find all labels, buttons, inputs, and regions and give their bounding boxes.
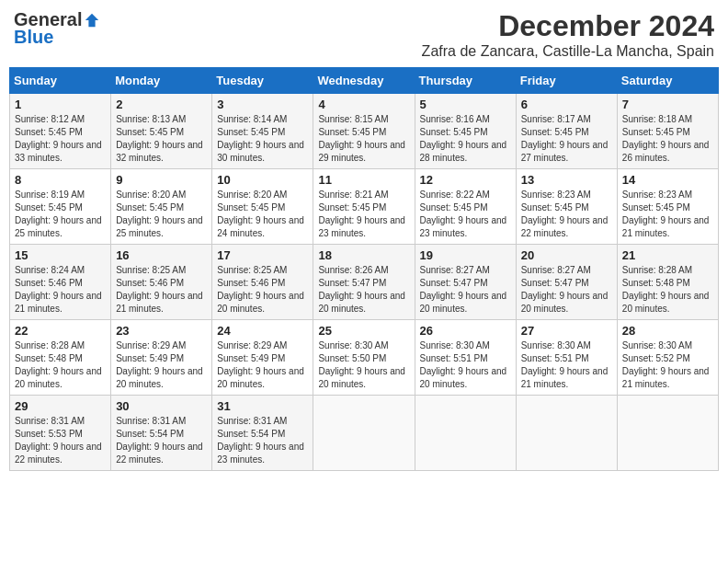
sunset-label: Sunset: 5:45 PM (15, 127, 83, 137)
day-info: Sunrise: 8:31 AM Sunset: 5:53 PM Dayligh… (15, 415, 106, 466)
sunrise-label: Sunrise: 8:16 AM (420, 114, 490, 124)
sunrise-label: Sunrise: 8:14 AM (217, 114, 287, 124)
day-info: Sunrise: 8:27 AM Sunset: 5:47 PM Dayligh… (420, 264, 511, 316)
day-info: Sunrise: 8:16 AM Sunset: 5:45 PM Dayligh… (420, 113, 511, 165)
day-info: Sunrise: 8:18 AM Sunset: 5:45 PM Dayligh… (622, 113, 713, 165)
daylight-label: Daylight: 9 hours and 20 minutes. (318, 291, 405, 314)
day-number: 3 (217, 98, 308, 111)
sunrise-label: Sunrise: 8:26 AM (318, 265, 388, 275)
day-info: Sunrise: 8:28 AM Sunset: 5:48 PM Dayligh… (622, 264, 713, 316)
day-cell: 14 Sunrise: 8:23 AM Sunset: 5:45 PM Dayl… (617, 169, 718, 245)
day-cell: 13 Sunrise: 8:23 AM Sunset: 5:45 PM Dayl… (516, 169, 617, 245)
daylight-label: Daylight: 9 hours and 21 minutes. (116, 291, 203, 314)
daylight-label: Daylight: 9 hours and 21 minutes. (622, 366, 710, 389)
day-cell: 31 Sunrise: 8:31 AM Sunset: 5:54 PM Dayl… (212, 396, 313, 471)
sunrise-label: Sunrise: 8:25 AM (116, 265, 186, 275)
day-info: Sunrise: 8:25 AM Sunset: 5:46 PM Dayligh… (116, 264, 207, 316)
sunset-label: Sunset: 5:49 PM (217, 353, 285, 363)
day-info: Sunrise: 8:20 AM Sunset: 5:45 PM Dayligh… (217, 189, 308, 240)
day-info: Sunrise: 8:30 AM Sunset: 5:51 PM Dayligh… (521, 339, 612, 391)
day-number: 12 (420, 173, 511, 187)
logo: General Blue (14, 9, 100, 48)
day-cell: 16 Sunrise: 8:25 AM Sunset: 5:46 PM Dayl… (111, 245, 212, 320)
sunrise-label: Sunrise: 8:23 AM (622, 190, 692, 200)
sunrise-label: Sunrise: 8:15 AM (318, 114, 388, 124)
day-number: 25 (318, 324, 409, 338)
week-row-1: 8 Sunrise: 8:19 AM Sunset: 5:45 PM Dayli… (10, 169, 719, 245)
day-number: 6 (521, 98, 612, 111)
day-number: 1 (15, 98, 106, 111)
daylight-label: Daylight: 9 hours and 28 minutes. (420, 140, 507, 163)
day-number: 20 (521, 248, 612, 262)
sunset-label: Sunset: 5:45 PM (217, 202, 285, 213)
day-cell: 11 Sunrise: 8:21 AM Sunset: 5:45 PM Dayl… (313, 169, 415, 245)
daylight-label: Daylight: 9 hours and 22 minutes. (116, 442, 203, 465)
day-number: 9 (116, 173, 207, 187)
sunrise-label: Sunrise: 8:31 AM (15, 416, 85, 426)
sunset-label: Sunset: 5:45 PM (622, 127, 690, 137)
day-number: 15 (15, 248, 106, 262)
sunrise-label: Sunrise: 8:27 AM (521, 265, 591, 275)
daylight-label: Daylight: 9 hours and 30 minutes. (217, 140, 304, 163)
sunrise-label: Sunrise: 8:27 AM (420, 265, 490, 275)
daylight-label: Daylight: 9 hours and 23 minutes. (420, 215, 507, 238)
day-number: 13 (521, 173, 612, 187)
day-cell: 30 Sunrise: 8:31 AM Sunset: 5:54 PM Dayl… (111, 396, 212, 471)
day-cell (516, 396, 617, 471)
sunrise-label: Sunrise: 8:30 AM (622, 340, 692, 350)
header-tuesday: Tuesday (212, 68, 313, 94)
day-number: 30 (116, 399, 207, 413)
day-cell: 18 Sunrise: 8:26 AM Sunset: 5:47 PM Dayl… (313, 245, 415, 320)
sunset-label: Sunset: 5:45 PM (318, 202, 386, 213)
day-cell: 3 Sunrise: 8:14 AM Sunset: 5:45 PM Dayli… (212, 94, 313, 169)
day-info: Sunrise: 8:15 AM Sunset: 5:45 PM Dayligh… (318, 113, 409, 165)
calendar-table: Sunday Monday Tuesday Wednesday Thursday… (9, 67, 719, 471)
day-cell: 22 Sunrise: 8:28 AM Sunset: 5:48 PM Dayl… (10, 320, 111, 396)
sunset-label: Sunset: 5:45 PM (420, 127, 488, 137)
day-info: Sunrise: 8:26 AM Sunset: 5:47 PM Dayligh… (318, 264, 409, 316)
day-info: Sunrise: 8:19 AM Sunset: 5:45 PM Dayligh… (15, 189, 106, 240)
day-info: Sunrise: 8:13 AM Sunset: 5:45 PM Dayligh… (116, 113, 207, 165)
day-number: 24 (217, 324, 308, 338)
week-row-4: 29 Sunrise: 8:31 AM Sunset: 5:53 PM Dayl… (10, 396, 719, 471)
day-number: 27 (521, 324, 612, 338)
day-number: 21 (622, 248, 713, 262)
day-info: Sunrise: 8:14 AM Sunset: 5:45 PM Dayligh… (217, 113, 308, 165)
sunrise-label: Sunrise: 8:29 AM (116, 340, 186, 350)
daylight-label: Daylight: 9 hours and 25 minutes. (116, 215, 203, 238)
day-number: 16 (116, 248, 207, 262)
day-cell: 17 Sunrise: 8:25 AM Sunset: 5:46 PM Dayl… (212, 245, 313, 320)
sunrise-label: Sunrise: 8:30 AM (318, 340, 388, 350)
day-cell: 6 Sunrise: 8:17 AM Sunset: 5:45 PM Dayli… (516, 94, 617, 169)
sunset-label: Sunset: 5:48 PM (15, 353, 83, 363)
header-row: Sunday Monday Tuesday Wednesday Thursday… (10, 68, 719, 94)
sunset-label: Sunset: 5:49 PM (116, 353, 184, 363)
daylight-label: Daylight: 9 hours and 21 minutes. (622, 215, 710, 238)
title-section: December 2024 Zafra de Zancara, Castille… (422, 9, 714, 60)
daylight-label: Daylight: 9 hours and 20 minutes. (217, 366, 304, 389)
daylight-label: Daylight: 9 hours and 20 minutes. (521, 291, 609, 314)
daylight-label: Daylight: 9 hours and 33 minutes. (15, 140, 102, 163)
day-info: Sunrise: 8:20 AM Sunset: 5:45 PM Dayligh… (116, 189, 207, 240)
sunset-label: Sunset: 5:51 PM (420, 353, 488, 363)
day-info: Sunrise: 8:17 AM Sunset: 5:45 PM Dayligh… (521, 113, 612, 165)
day-info: Sunrise: 8:12 AM Sunset: 5:45 PM Dayligh… (15, 113, 106, 165)
sunset-label: Sunset: 5:45 PM (116, 202, 184, 213)
sunrise-label: Sunrise: 8:25 AM (217, 265, 287, 275)
sunset-label: Sunset: 5:45 PM (420, 202, 488, 213)
logo-blue: Blue (14, 27, 53, 48)
day-info: Sunrise: 8:27 AM Sunset: 5:47 PM Dayligh… (521, 264, 612, 316)
sunset-label: Sunset: 5:51 PM (521, 353, 589, 363)
day-number: 10 (217, 173, 308, 187)
sunset-label: Sunset: 5:47 PM (420, 278, 488, 288)
day-cell: 5 Sunrise: 8:16 AM Sunset: 5:45 PM Dayli… (415, 94, 516, 169)
page-header: General Blue December 2024 Zafra de Zanc… (9, 9, 719, 60)
sunset-label: Sunset: 5:45 PM (116, 127, 184, 137)
sunrise-label: Sunrise: 8:30 AM (420, 340, 490, 350)
header-monday: Monday (111, 68, 212, 94)
sunset-label: Sunset: 5:50 PM (318, 353, 386, 363)
day-info: Sunrise: 8:25 AM Sunset: 5:46 PM Dayligh… (217, 264, 308, 316)
day-info: Sunrise: 8:30 AM Sunset: 5:52 PM Dayligh… (622, 339, 713, 391)
day-number: 7 (622, 98, 713, 111)
sunset-label: Sunset: 5:46 PM (15, 278, 83, 288)
